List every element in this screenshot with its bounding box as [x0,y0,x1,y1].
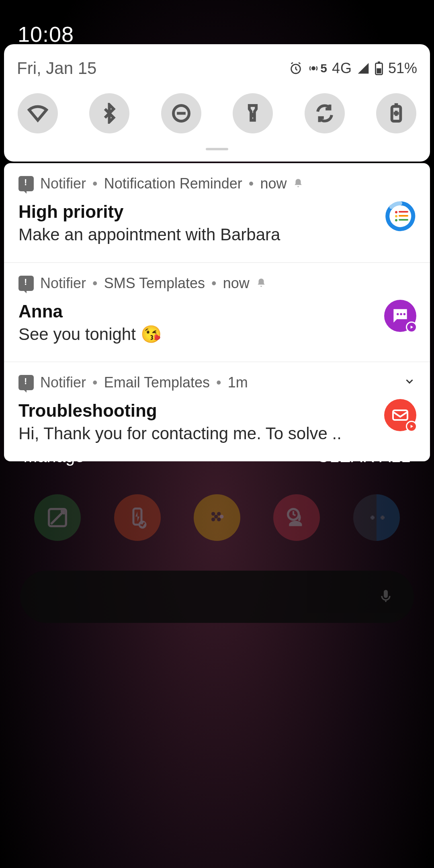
notification-time: now [260,175,287,192]
app-small-icon [18,176,34,191]
svg-point-21 [211,512,215,516]
svg-point-6 [252,114,254,116]
dock-app-1[interactable] [34,494,81,541]
network-label: 4G [332,60,352,77]
play-overlay-icon [406,421,417,432]
svg-point-10 [395,215,397,217]
notification-channel: Email Templates [104,374,210,391]
expand-chevron-icon[interactable] [403,374,416,391]
svg-rect-13 [399,219,408,221]
notification-title: High priority [18,202,416,222]
svg-rect-17 [393,410,407,420]
home-dock [0,494,434,541]
notification-large-icon [384,300,416,332]
svg-point-14 [397,313,399,315]
manage-button[interactable]: Manage [23,447,84,466]
hotspot-count: 5 [320,61,327,75]
svg-point-8 [395,211,397,213]
svg-rect-28 [384,590,388,598]
notification-body: Make an appointment with Barbara [18,224,360,246]
svg-point-23 [211,518,215,521]
notification-channel: Notification Reminder [104,175,242,192]
svg-rect-4 [377,68,381,74]
dock-app-3[interactable] [194,494,240,541]
notification-body: See you tonight 😘 [18,324,360,345]
notification-app: Notifier [40,275,86,292]
qs-tile-wifi[interactable] [18,93,58,133]
qs-expand-handle[interactable] [206,148,228,150]
svg-point-24 [217,518,221,521]
alarm-icon [289,61,303,75]
svg-point-25 [214,515,218,518]
alerting-icon [293,175,303,192]
qs-tile-flashlight[interactable] [233,93,273,133]
notification-time: now [223,275,250,292]
svg-point-12 [395,219,397,221]
svg-rect-9 [399,211,408,213]
qs-tile-rotate[interactable] [305,93,345,133]
battery-pct: 51% [388,60,417,77]
notification-title: Anna [18,301,416,321]
notification-body: Hi, Thank you for contacting me. To solv… [18,423,360,444]
hotspot-icon: 5 [307,61,327,75]
dock-app-4[interactable] [273,494,320,541]
notification-item[interactable]: Notifier • Notification Reminder • now H… [4,163,430,262]
notification-app: Notifier [40,374,86,391]
svg-rect-11 [399,215,408,217]
notification-channel: SMS Templates [104,275,205,292]
status-clock: 10:08 [18,22,74,47]
battery-icon [375,61,383,75]
alerting-icon [256,275,266,292]
qs-date[interactable]: Fri, Jan 15 [17,59,96,78]
svg-point-22 [217,512,221,516]
svg-point-16 [403,313,405,315]
search-bar[interactable] [20,571,414,623]
notification-large-icon [384,200,416,232]
signal-icon [357,62,370,75]
svg-point-15 [400,313,402,315]
app-small-icon [18,276,34,291]
notification-item[interactable]: Notifier • Email Templates • 1m Troubles… [4,362,430,461]
qs-status-icons: 5 4G 51% [289,60,417,77]
play-overlay-icon [406,321,417,333]
qs-tile-bluetooth[interactable] [89,93,129,133]
svg-point-1 [312,67,315,70]
notification-time: 1m [228,374,248,391]
dock-app-5[interactable] [353,494,400,541]
svg-rect-3 [378,61,380,63]
clear-all-button[interactable]: CLEAR ALL [317,447,411,466]
dock-app-2[interactable] [114,494,161,541]
notification-app: Notifier [40,175,86,192]
notification-large-icon [384,399,416,431]
notification-item[interactable]: Notifier • SMS Templates • now Anna See … [4,262,430,362]
notification-list: Notifier • Notification Reminder • now H… [4,163,430,461]
qs-tile-dnd[interactable] [161,93,201,133]
notification-title: Troubleshooting [18,401,416,421]
app-small-icon [18,375,34,390]
svg-point-26 [220,515,223,518]
quick-settings-panel: Fri, Jan 15 5 4G 51% [4,44,430,162]
qs-tile-battery-saver[interactable] [376,93,416,133]
mic-icon[interactable] [378,586,394,607]
